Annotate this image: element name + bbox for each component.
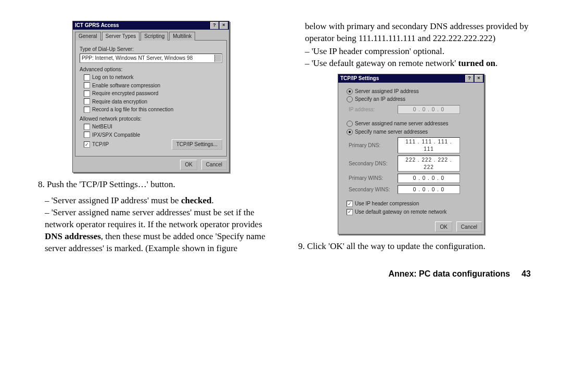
dialog2-title: TCP/IP Settings — [340, 74, 379, 83]
page-footer: Annex: PC data configurations 43 — [31, 269, 531, 279]
ip-address-field[interactable]: 0 . 0 . 0 . 0 — [398, 105, 460, 114]
ok-button[interactable]: OK — [180, 160, 197, 170]
type-label: Type of Dial-Up Server: — [80, 46, 222, 53]
step-9: Click 'OK' all the way to update the con… — [307, 241, 531, 253]
tab-server-types[interactable]: Server Types — [102, 32, 140, 41]
checkbox-default-gateway[interactable]: ✓ — [347, 209, 353, 215]
cancel-button[interactable]: Cancel — [456, 221, 482, 232]
dialog-title: ICT GPRS Access — [75, 21, 119, 30]
step-8: Push the 'TCP/IP Settings…' button. — [47, 179, 271, 191]
ok-button[interactable]: OK — [435, 221, 452, 232]
checkbox-ipx[interactable] — [84, 132, 90, 138]
primary-dns[interactable]: 111 . 111 . 111 . 111 — [398, 137, 460, 153]
checkbox-ip-compression[interactable]: ✓ — [347, 201, 353, 207]
secondary-wins[interactable]: 0 . 0 . 0 . 0 — [398, 185, 460, 194]
checkbox-log-file[interactable] — [84, 107, 90, 113]
dialog2-titlebar: TCP/IP Settings ? × — [338, 74, 484, 83]
step-list-right: Click 'OK' all the way to update the con… — [291, 241, 531, 253]
radio-server-ip[interactable] — [347, 88, 353, 95]
dialog-titlebar: ICT GPRS Access ? × — [73, 21, 229, 30]
step-8-bullets: 'Server assigned IP address' must be che… — [31, 195, 271, 255]
type-dropdown[interactable]: PPP: Internet, Windows NT Server, Window… — [80, 54, 222, 63]
checkbox-log-on[interactable] — [84, 74, 90, 81]
tab-scripting[interactable]: Scripting — [140, 32, 168, 41]
tab-general[interactable]: General — [75, 32, 101, 41]
dialog-gprs-access: ICT GPRS Access ? × General Server Types… — [72, 21, 229, 173]
advanced-label: Advanced options: — [80, 66, 222, 73]
secondary-dns[interactable]: 222 . 222 . 222 . 222 — [398, 155, 460, 172]
checkbox-enc-pwd[interactable] — [84, 90, 90, 97]
help-icon[interactable]: ? — [465, 75, 474, 82]
tab-row: General Server Types Scripting Multilink — [75, 32, 227, 41]
step-list-left: Push the 'TCP/IP Settings…' button. — [31, 179, 271, 191]
tcpip-settings-button[interactable]: TCP/IP Settings... — [172, 139, 222, 150]
close-icon[interactable]: × — [220, 22, 228, 29]
close-icon[interactable]: × — [475, 75, 483, 82]
radio-specify-ip[interactable] — [347, 96, 353, 102]
continuation: below with primary and secondary DNS add… — [291, 21, 531, 45]
cancel-button[interactable]: Cancel — [201, 160, 227, 170]
checkbox-netbeui[interactable] — [84, 124, 90, 130]
dialog-tcpip-settings: TCP/IP Settings ? × Server assigned IP a… — [338, 74, 484, 235]
right-bullets: 'Use IP header compression' optional. 'U… — [291, 46, 531, 70]
checkbox-sw-comp[interactable] — [84, 82, 90, 88]
checkbox-data-enc[interactable] — [84, 98, 90, 104]
footer-page: 43 — [521, 269, 531, 279]
footer-title: Annex: PC data configurations — [388, 269, 510, 279]
radio-specify-dns[interactable] — [347, 129, 353, 135]
primary-wins[interactable]: 0 . 0 . 0 . 0 — [398, 174, 460, 183]
checkbox-tcpip[interactable]: ✓ — [84, 141, 90, 148]
radio-server-dns[interactable] — [347, 121, 353, 127]
tab-multilink[interactable]: Multilink — [169, 32, 195, 41]
proto-label: Allowed network protocols: — [80, 115, 222, 123]
help-icon[interactable]: ? — [210, 22, 219, 29]
